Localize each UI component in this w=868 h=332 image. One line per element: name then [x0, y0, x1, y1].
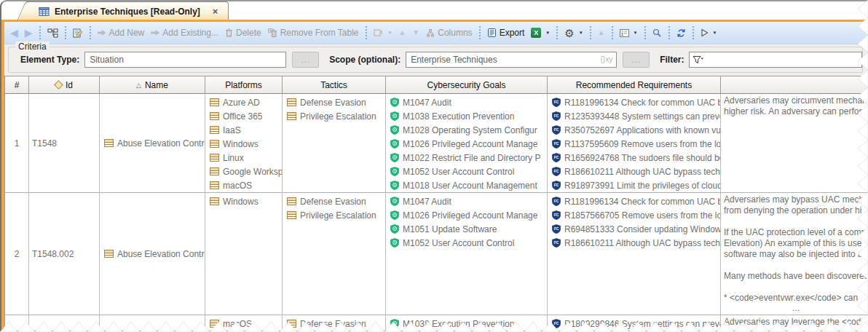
move-up-button[interactable]: ▲	[395, 27, 409, 39]
platform-item[interactable]: macOS	[205, 317, 282, 331]
run-validation-button[interactable]: ▼	[698, 26, 720, 39]
cell-requirement[interactable]: FCR1181996134 Check for common UAC byFCR…	[548, 94, 721, 192]
toolbar-group-handle[interactable]	[89, 26, 92, 39]
cell-index[interactable]: 1	[5, 94, 29, 192]
cell-tactic[interactable]: Defense EvasionPrivilege Escalation	[283, 193, 386, 315]
select-in-tree-button[interactable]	[44, 26, 61, 40]
platform-item[interactable]: macOS	[205, 178, 282, 192]
cell-id[interactable]	[29, 315, 100, 331]
platform-item[interactable]: Windows	[205, 137, 282, 151]
scope-browse-button[interactable]: ...	[623, 52, 650, 68]
cell-goal[interactable]: M1047 AuditM1026 Privileged Account Mana…	[386, 193, 548, 315]
add-existing-button[interactable]: Add Existing...	[148, 25, 221, 40]
cell-platform[interactable]: Azure ADOffice 365IaaSWindowsLinuxGoogle…	[205, 94, 283, 192]
platform-item[interactable]: Google Workspa	[205, 165, 282, 178]
export-excel-button[interactable]: X ▼	[528, 25, 553, 40]
column-header-requirements[interactable]: Recommended Requirements	[548, 76, 721, 93]
goal-item[interactable]: M1038 Execution Prevention	[386, 109, 547, 123]
goal-item[interactable]: M1047 Audit	[386, 194, 547, 208]
goal-item[interactable]: M1047 Audit	[386, 95, 547, 109]
requirement-item[interactable]: FCR1235393448 System settings can preven	[548, 109, 720, 123]
table-row[interactable]: macOSDefense EvasionM1038 Execution Prev…	[5, 315, 868, 331]
move-down-button[interactable]: ▼	[409, 27, 422, 39]
table-row[interactable]: 1T1548Abuse Elevation ControAzure ADOffi…	[5, 94, 868, 193]
search-button[interactable]	[650, 26, 665, 40]
goal-item[interactable]: M1038 Execution Prevention	[386, 317, 547, 331]
toolbar-group-handle[interactable]	[556, 26, 559, 39]
goal-item[interactable]: M1028 Operating System Configur	[386, 123, 547, 137]
cell-index[interactable]	[5, 315, 29, 331]
back-button[interactable]: ◀	[7, 25, 21, 40]
goal-item[interactable]: M1052 User Account Control	[386, 236, 547, 250]
tactic-item[interactable]: Privilege Escalation	[283, 109, 385, 123]
toolbar-group-handle[interactable]	[589, 26, 592, 39]
goal-item[interactable]: M1026 Privileged Account Manage	[386, 208, 547, 222]
requirement-item[interactable]: FCR1181996134 Check for common UAC by	[548, 194, 720, 208]
platform-item[interactable]: IaaS	[205, 123, 282, 137]
cell-goal[interactable]: M1047 AuditM1038 Execution PreventionM10…	[386, 94, 548, 192]
cell-platform[interactable]: macOS	[205, 315, 283, 331]
column-header-id[interactable]: Id	[29, 76, 100, 93]
column-header-goals[interactable]: Cybersecurity Goals	[386, 76, 548, 93]
tactic-item[interactable]: Defense Evasion	[283, 317, 385, 331]
platform-item[interactable]: Office 365	[205, 109, 282, 123]
cell-requirement[interactable]: FCR1809299846 System settings can preven	[548, 315, 721, 331]
element-type-browse-button[interactable]: ...	[292, 52, 319, 68]
specification-button[interactable]	[70, 26, 86, 40]
toolbar-group-handle[interactable]	[611, 26, 614, 39]
requirement-item[interactable]: FCR1656924768 The sudoers file should be…	[548, 151, 720, 165]
requirement-item[interactable]: FCR1137595609 Remove users from the loca	[548, 137, 720, 151]
column-header-description[interactable]	[721, 76, 868, 93]
cell-id[interactable]: T1548.002	[29, 193, 100, 315]
requirement-item[interactable]: FCR186610211 Although UAC bypass techn	[548, 165, 720, 178]
table-options-button[interactable]: ⚙ ▼	[561, 25, 585, 41]
tactic-item[interactable]: Privilege Escalation	[283, 208, 385, 222]
tactic-item[interactable]: Defense Evasion	[283, 194, 385, 208]
platform-item[interactable]: Linux	[205, 151, 282, 165]
cell-description[interactable]: Adversaries may bypass UAC mechafrom den…	[721, 193, 868, 315]
cell-id[interactable]: T1548	[29, 94, 100, 192]
cell-tactic[interactable]: Defense Evasion	[283, 315, 386, 331]
remove-from-table-button[interactable]: Remove From Table	[265, 25, 362, 40]
toolbar-group-handle[interactable]	[478, 26, 481, 39]
platform-item[interactable]: Azure AD	[205, 95, 282, 109]
requirement-item[interactable]: FCR1857566705 Remove users from the loca	[548, 208, 720, 222]
cell-name[interactable]	[100, 315, 205, 331]
filter-input[interactable]	[689, 52, 862, 68]
element-type-input[interactable]	[84, 52, 286, 68]
legend-button[interactable]: ▼	[617, 27, 641, 39]
requirement-item[interactable]: FCR1809299846 System settings can preven	[548, 317, 720, 331]
add-new-button[interactable]: Add New	[95, 25, 148, 40]
goal-item[interactable]: M1018 User Account Management	[386, 178, 547, 192]
toolbar-group-handle[interactable]	[39, 26, 42, 39]
tab-enterprise-techniques[interactable]: Enterprise Techniques [Read-Only] ×	[26, 1, 229, 20]
column-header-index[interactable]: #	[5, 76, 29, 93]
cell-name[interactable]: Abuse Elevation Contro	[100, 94, 205, 192]
cell-description[interactable]: Adversaries may circumvent mechanhigher …	[721, 94, 868, 192]
requirement-item[interactable]: FCR186610211 Although UAC bypass techn	[548, 236, 720, 250]
cell-tactic[interactable]: Defense EvasionPrivilege Escalation	[283, 94, 386, 192]
refresh-button[interactable]	[674, 26, 689, 40]
cell-platform[interactable]: Windows	[205, 193, 283, 315]
toolbar-group-handle[interactable]	[692, 26, 695, 39]
scope-input[interactable]	[406, 52, 617, 68]
table-row[interactable]: 2T1548.002Abuse Elevation ControWindowsD…	[5, 193, 868, 315]
cell-name[interactable]: Abuse Elevation Contro	[100, 193, 205, 315]
requirement-item[interactable]: FCR694851333 Consider updating Windows	[548, 222, 720, 236]
platform-item[interactable]: Windows	[205, 194, 282, 208]
columns-button[interactable]: Columns	[423, 25, 475, 40]
toolbar-group-handle[interactable]	[644, 26, 647, 39]
requirement-item[interactable]: FCR918973991 Limit the privileges of clo…	[548, 178, 720, 192]
collapse-button[interactable]: ▲	[595, 27, 608, 39]
forward-button[interactable]: ▶	[22, 25, 36, 40]
export-button[interactable]: Export	[484, 25, 528, 40]
tab-close-icon[interactable]: ×	[213, 6, 218, 17]
cell-index[interactable]: 2	[5, 193, 29, 315]
column-header-platforms[interactable]: Platforms	[205, 76, 283, 93]
cell-goal[interactable]: M1038 Execution Prevention	[386, 315, 548, 331]
toolbar-group-handle[interactable]	[365, 26, 368, 39]
requirement-item[interactable]: FCR1181996134 Check for common UAC by	[548, 95, 720, 109]
goal-item[interactable]: M1022 Restrict File and Directory P	[386, 151, 547, 165]
toolbar-group-handle[interactable]	[64, 26, 67, 39]
delete-button[interactable]: Delete	[222, 25, 264, 40]
